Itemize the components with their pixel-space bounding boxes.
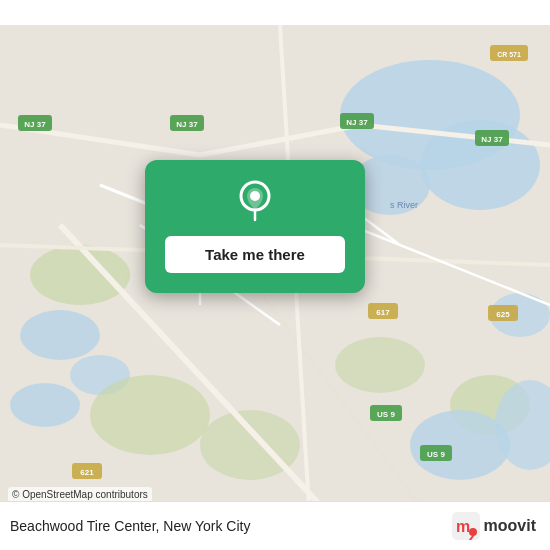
svg-text:NJ 37: NJ 37: [481, 135, 503, 144]
svg-text:NJ 37: NJ 37: [176, 120, 198, 129]
location-label: Beachwood Tire Center, New York City: [10, 518, 250, 534]
svg-text:US 9: US 9: [427, 450, 445, 459]
svg-text:617: 617: [376, 308, 390, 317]
svg-text:CR 571: CR 571: [497, 51, 521, 58]
svg-point-4: [20, 310, 100, 360]
svg-point-6: [10, 383, 80, 427]
svg-point-7: [30, 245, 130, 305]
take-me-there-button[interactable]: Take me there: [165, 236, 345, 273]
moovit-logo: m moovit: [452, 512, 536, 540]
location-pin-icon: [233, 178, 277, 222]
svg-text:m: m: [456, 518, 470, 535]
svg-text:621: 621: [80, 468, 94, 477]
svg-point-8: [90, 375, 210, 455]
bottom-bar: Beachwood Tire Center, New York City m m…: [0, 501, 550, 550]
svg-text:NJ 37: NJ 37: [24, 120, 46, 129]
svg-point-10: [335, 337, 425, 393]
svg-text:NJ 37: NJ 37: [346, 118, 368, 127]
moovit-brand-text: moovit: [484, 517, 536, 535]
map-attribution: © OpenStreetMap contributors: [8, 487, 152, 502]
popup-card: Take me there: [145, 160, 365, 293]
moovit-icon: m: [452, 512, 480, 540]
svg-point-55: [469, 528, 477, 536]
svg-text:US 9: US 9: [377, 410, 395, 419]
svg-text:625: 625: [496, 310, 510, 319]
map-container: NJ 37 NJ 37 NJ 37 NJ 37 CR 571 US 9 US 9…: [0, 0, 550, 550]
svg-text:s River: s River: [390, 200, 418, 210]
